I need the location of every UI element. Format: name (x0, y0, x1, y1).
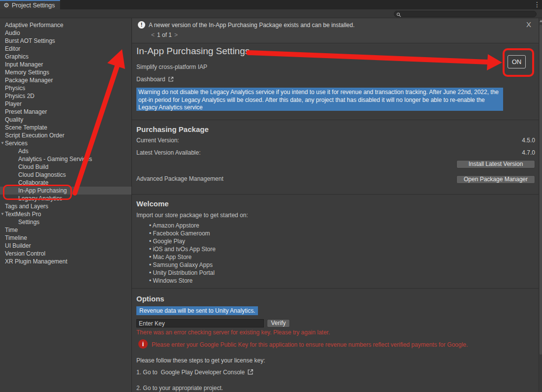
notification-text: A newer version of the In-App Purchasing… (149, 22, 354, 29)
sidebar-item-editor[interactable]: Editor (0, 45, 131, 53)
section-divider (132, 120, 539, 120)
sidebar-item-label: Analytics - Gaming Services (18, 155, 92, 163)
sidebar-item-player[interactable]: Player (0, 100, 131, 108)
open-package-manager-button[interactable]: Open Package Manager (456, 175, 535, 184)
sidebar-item-timeline[interactable]: Timeline (0, 234, 131, 242)
store-item-windows-store: • Windows Store (149, 277, 216, 285)
sidebar-item-label: UI Builder (5, 242, 31, 250)
search-icon (396, 12, 401, 17)
sidebar-item-label: Cloud Build (18, 163, 48, 171)
service-subtitle: Simplify cross-platform IAP (136, 64, 207, 70)
search-input[interactable] (402, 11, 535, 18)
expander-icon[interactable]: ▼ (0, 139, 5, 147)
sidebar-item-input-manager[interactable]: Input Manager (0, 61, 131, 68)
pager-prev-icon[interactable]: < (149, 32, 157, 38)
sidebar-item-label: Legacy Analytics (18, 195, 62, 202)
sidebar-item-label: Player (5, 100, 22, 108)
sidebar-item-tags-and-layers[interactable]: Tags and Layers (0, 202, 131, 210)
sidebar-item-label: Scene Template (5, 124, 47, 131)
scrollbar-thumb[interactable] (540, 25, 542, 355)
service-on-toggle[interactable]: ON (508, 55, 526, 68)
google-key-error-text: Please enter your Google Public Key for … (152, 341, 536, 348)
current-version-label: Current Version: (136, 137, 179, 144)
sidebar-item-label: Burst AOT Settings (5, 37, 55, 45)
external-link-icon (247, 369, 254, 377)
sidebar-item-xr-plugin-management[interactable]: XR Plugin Management (0, 258, 131, 265)
sidebar-item-label: Script Execution Order (5, 131, 64, 139)
dashboard-link[interactable]: Dashboard (136, 76, 174, 84)
vertical-scrollbar[interactable] (539, 18, 542, 392)
notification-close-icon[interactable]: X (526, 20, 531, 29)
tab-title: Project Settings (12, 2, 55, 9)
external-link-icon (168, 76, 174, 84)
sidebar-item-analytics-gaming-services[interactable]: Analytics - Gaming Services (0, 155, 131, 163)
sidebar-item-collaborate[interactable]: Collaborate (0, 179, 131, 187)
sidebar-item-scene-template[interactable]: Scene Template (0, 124, 131, 131)
sidebar-item-label: Timeline (5, 234, 27, 242)
google-play-console-link[interactable]: Google Play Developer Console (160, 369, 245, 376)
sidebar-item-label: Cloud Diagnostics (18, 171, 66, 179)
sidebar-item-services[interactable]: ▼Services (0, 139, 131, 147)
sidebar-item-memory-settings[interactable]: Memory Settings (0, 68, 131, 76)
sidebar-item-version-control[interactable]: Version Control (0, 250, 131, 258)
sidebar-item-label: Input Manager (5, 61, 43, 68)
options-heading: Options (136, 294, 164, 303)
notification-pager: <1 of 1> (149, 32, 180, 38)
store-item-samsung-galaxy-apps: • Samsung Galaxy Apps (149, 261, 216, 269)
sidebar-item-audio[interactable]: Audio (0, 29, 131, 37)
sidebar-item-graphics[interactable]: Graphics (0, 53, 131, 61)
error-icon: i (138, 339, 148, 349)
sidebar-item-label: XR Plugin Management (5, 258, 67, 265)
verify-button[interactable]: Verify (267, 319, 290, 327)
sidebar-item-preset-manager[interactable]: Preset Manager (0, 108, 131, 116)
settings-category-sidebar: Adaptive PerformanceAudioBurst AOT Setti… (0, 18, 131, 392)
license-step-2: 2. Go to your appropriate project. (136, 385, 223, 392)
search-box[interactable] (394, 11, 537, 17)
sidebar-item-script-execution-order[interactable]: Script Execution Order (0, 131, 131, 139)
advanced-package-label: Advanced Package Management (136, 175, 223, 182)
install-latest-version-button[interactable]: Install Latest Version (456, 160, 535, 168)
section-divider (132, 288, 539, 289)
pager-next-icon[interactable]: > (172, 32, 180, 38)
sidebar-item-in-app-purchasing[interactable]: In-App Purchasing (0, 187, 131, 195)
sidebar-item-adaptive-performance[interactable]: Adaptive Performance (0, 21, 131, 29)
latest-version-value: 4.7.0 (522, 149, 535, 156)
sidebar-item-label: Settings (18, 218, 39, 226)
sidebar-item-settings[interactable]: Settings (0, 218, 131, 226)
sidebar-item-label: Quality (5, 116, 23, 124)
pager-label: 1 of 1 (157, 32, 172, 38)
sidebar-item-label: Memory Settings (5, 68, 49, 76)
sidebar-item-cloud-build[interactable]: Cloud Build (0, 163, 131, 171)
sidebar-item-legacy-analytics[interactable]: Legacy Analytics (0, 195, 131, 202)
store-item-unity-distribution-portal: • Unity Distribution Portal (149, 269, 216, 277)
sidebar-item-cloud-diagnostics[interactable]: Cloud Diagnostics (0, 171, 131, 179)
license-steps-intro: Please follow these steps to get your li… (136, 357, 265, 364)
current-version-value: 4.5.0 (522, 137, 535, 144)
server-error-text: There was an error checking server for e… (136, 329, 330, 336)
sidebar-item-time[interactable]: Time (0, 226, 131, 234)
expander-icon[interactable]: ▼ (0, 210, 5, 218)
sidebar-item-label: Package Manager (5, 76, 53, 84)
sidebar-item-ads[interactable]: Ads (0, 147, 131, 155)
sidebar-item-label: In-App Purchasing (18, 187, 67, 195)
license-step-1: 1. Go to Google Play Developer Console (136, 369, 254, 377)
sidebar-item-physics-2d[interactable]: Physics 2D (0, 92, 131, 100)
sidebar-item-label: TextMesh Pro (5, 210, 41, 218)
sidebar-item-quality[interactable]: Quality (0, 116, 131, 124)
tab-bar: ⚙ Project Settings ⋮ (0, 0, 542, 9)
scroll-up-icon[interactable] (540, 20, 542, 22)
sidebar-item-ui-builder[interactable]: UI Builder (0, 242, 131, 250)
window-menu-icon[interactable]: ⋮ (533, 0, 541, 9)
sidebar-item-label: Ads (18, 147, 29, 155)
sidebar-item-label: Collaborate (18, 179, 48, 187)
sidebar-item-burst-aot-settings[interactable]: Burst AOT Settings (0, 37, 131, 45)
sidebar-item-package-manager[interactable]: Package Manager (0, 76, 131, 84)
sidebar-item-label: Physics (5, 84, 25, 92)
sidebar-item-textmesh-pro[interactable]: ▼TextMesh Pro (0, 210, 131, 218)
google-key-input[interactable] (136, 319, 264, 327)
sidebar-item-label: Editor (5, 45, 20, 53)
sidebar-item-physics[interactable]: Physics (0, 84, 131, 92)
tab-project-settings[interactable]: ⚙ Project Settings (0, 0, 60, 9)
store-item-facebook-gameroom: • Facebook Gameroom (149, 229, 216, 237)
console-info-icon: ! (138, 21, 145, 29)
